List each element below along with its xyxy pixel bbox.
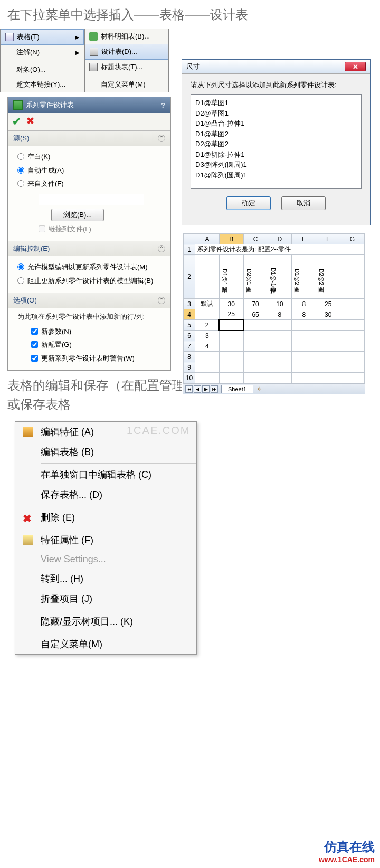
row-header[interactable]: 10 [184, 373, 195, 383]
cell[interactable] [268, 320, 292, 331]
dimension-item[interactable]: D1@草图2 [195, 129, 357, 139]
cell[interactable]: 8 [292, 309, 316, 320]
cell[interactable] [243, 352, 268, 362]
checkbox-input[interactable] [39, 225, 45, 232]
col-header[interactable]: C [243, 234, 268, 244]
close-icon[interactable]: ✕ [345, 62, 366, 71]
size-dimension-list[interactable]: D1@草图1D2@草图1D1@凸台-拉伸1D1@草图2D2@草图2D1@切除-拉… [191, 94, 362, 189]
cell[interactable] [195, 373, 220, 383]
cell[interactable] [268, 362, 292, 373]
cell[interactable] [219, 373, 243, 383]
menu-item[interactable]: 标题块表(T)... [85, 60, 168, 74]
dimension-item[interactable]: D2@草图1 [195, 108, 357, 119]
cell[interactable] [219, 362, 243, 373]
cell[interactable] [292, 320, 316, 331]
cell[interactable] [292, 331, 316, 341]
menu-item[interactable]: 注解(N)▶ [1, 45, 84, 60]
cell[interactable]: 30 [316, 309, 340, 320]
menu-item[interactable]: 对象(O)... [1, 62, 84, 77]
sheet-tab[interactable]: Sheet1 [221, 385, 253, 393]
radio-row[interactable]: 阻止更新系列零件设计计表的模型编辑(B) [17, 274, 162, 288]
checkbox-input[interactable] [31, 341, 38, 348]
menu-item[interactable]: 自定义菜单(M) [85, 77, 168, 92]
menu-item[interactable]: 表格(T)▶ [1, 29, 84, 45]
cell[interactable]: 2 [195, 320, 220, 331]
checkbox-input[interactable] [31, 328, 38, 335]
cell[interactable] [268, 341, 292, 352]
cell[interactable] [340, 309, 365, 320]
cell[interactable] [316, 373, 340, 383]
dimension-item[interactable]: D1@草图1 [195, 98, 357, 108]
check-row[interactable]: 新配置(G) [31, 338, 162, 352]
spreadsheet[interactable]: ABCDEFG1系列零件设计表是为: 配置2--零件2D1@草图1D2@草图1D… [182, 232, 366, 395]
cell[interactable] [292, 341, 316, 352]
cell[interactable] [340, 299, 365, 309]
cell[interactable] [340, 373, 365, 383]
radio-input[interactable] [17, 263, 24, 270]
pm-ok-icon[interactable]: ✔ [12, 115, 21, 128]
cell[interactable]: 25 [219, 309, 243, 320]
cell[interactable]: 8 [292, 299, 316, 309]
pm-cancel-icon[interactable]: ✖ [26, 115, 34, 128]
cell[interactable]: 10 [268, 299, 292, 309]
col-header[interactable]: A [195, 234, 220, 244]
row-header[interactable]: 3 [184, 299, 195, 309]
cell[interactable]: 30 [219, 299, 243, 309]
col-header[interactable]: E [292, 234, 316, 244]
row-header[interactable]: 2 [184, 255, 195, 299]
pm-group-options-head[interactable]: 选项(O)⌃ [8, 293, 170, 308]
radio-input[interactable] [17, 277, 24, 284]
dimension-item[interactable]: D1@切除-拉伸1 [195, 149, 357, 160]
menu-item[interactable]: 材料明细表(B)... [85, 29, 168, 44]
cell[interactable] [243, 362, 268, 373]
radio-row[interactable]: 允许模型编辑以更新系列零件设计表(M) [17, 260, 162, 274]
row-header[interactable]: 4 [184, 309, 195, 320]
cell[interactable] [195, 309, 220, 320]
link-file-check[interactable]: 链接到文件(L) [39, 222, 162, 236]
checkbox-input[interactable] [31, 355, 38, 362]
col-header[interactable]: D [268, 234, 292, 244]
ctx-menu-item[interactable]: 保存表格... (D) [15, 485, 196, 505]
cell[interactable]: 默认 [195, 299, 220, 309]
cell[interactable] [292, 352, 316, 362]
ctx-menu-item[interactable]: 隐藏/显示树项目... (K) [15, 611, 196, 631]
pm-group-edit-head[interactable]: 编辑控制(E)⌃ [8, 241, 170, 256]
cell[interactable] [292, 373, 316, 383]
row-header[interactable]: 7 [184, 341, 195, 352]
check-row[interactable]: 更新系列零件设计表时警告(W) [31, 352, 162, 365]
radio-input[interactable] [17, 167, 24, 174]
cell[interactable]: 25 [316, 299, 340, 309]
cell[interactable]: 3 [195, 331, 220, 341]
ctx-menu-item[interactable]: 特征属性 (F) [15, 530, 196, 550]
cell[interactable] [316, 352, 340, 362]
radio-row[interactable]: 空白(K) [17, 150, 162, 164]
cell[interactable] [340, 362, 365, 373]
cell[interactable] [219, 320, 243, 331]
dimension-item[interactable]: D2@草图2 [195, 139, 357, 149]
ctx-menu-item[interactable]: 在单独窗口中编辑表格 (C) [15, 465, 196, 485]
ok-button[interactable]: 确定 [226, 196, 271, 210]
sheet-nav-prev[interactable]: ◀ [194, 385, 201, 393]
menu-item[interactable]: 设计表(D)... [85, 44, 168, 60]
check-row[interactable]: 新参数(N) [31, 325, 162, 338]
sheet-new-tab[interactable]: ✧ [256, 385, 262, 393]
radio-row[interactable]: 来自文件(F) [17, 177, 162, 191]
cell[interactable] [243, 341, 268, 352]
cell[interactable] [316, 331, 340, 341]
cell[interactable] [316, 362, 340, 373]
cell[interactable] [340, 331, 365, 341]
radio-row[interactable]: 自动生成(A) [17, 164, 162, 177]
row-header[interactable]: 9 [184, 362, 195, 373]
browse-button[interactable]: 浏览(B)... [51, 209, 104, 221]
col-header[interactable]: B [219, 234, 243, 244]
cell[interactable]: 8 [268, 309, 292, 320]
col-header[interactable]: G [340, 234, 365, 244]
radio-input[interactable] [17, 153, 24, 160]
ctx-menu-item[interactable]: 转到... (H) [15, 569, 196, 589]
cell[interactable]: 4 [195, 341, 220, 352]
ctx-menu-item[interactable]: 自定义菜单(M) [15, 634, 196, 654]
cancel-button[interactable]: 取消 [281, 196, 326, 210]
cell[interactable] [340, 320, 365, 331]
cell[interactable] [243, 320, 268, 331]
cell[interactable] [316, 341, 340, 352]
